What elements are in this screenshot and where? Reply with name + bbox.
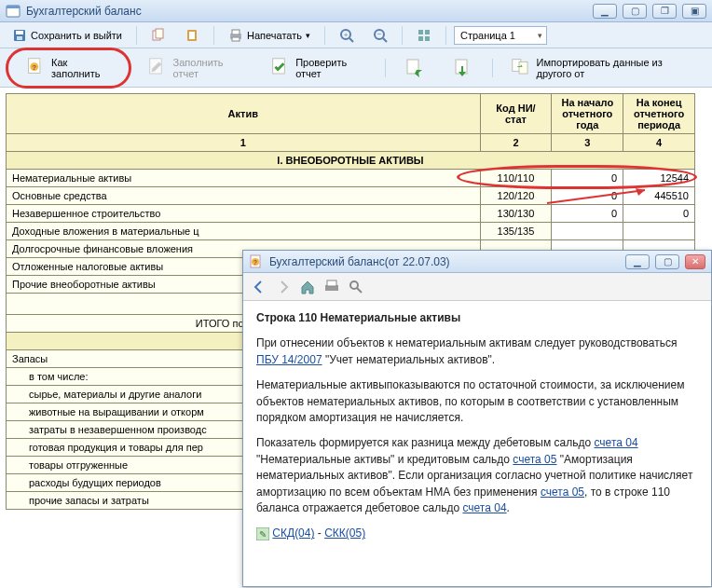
table-row: Незавершенное строительство 130/130 0 0 xyxy=(7,205,695,223)
save-exit-label: Сохранить и выйти xyxy=(31,30,122,41)
restore-button[interactable]: ❐ xyxy=(652,4,677,19)
row-begin[interactable]: 0 xyxy=(552,170,623,187)
help-toolbar xyxy=(243,273,711,301)
svg-rect-4 xyxy=(17,36,22,40)
link-skk[interactable]: СКК(05) xyxy=(324,526,365,540)
help-title: Бухгалтерский баланс(от 22.07.03) xyxy=(269,255,450,268)
zoom-out-button[interactable]: − xyxy=(366,25,394,46)
svg-rect-19 xyxy=(425,30,430,34)
close-button[interactable]: ▣ xyxy=(682,4,706,19)
tool-button[interactable] xyxy=(410,25,438,46)
help-body[interactable]: Строка 110 Нематериальные активы При отн… xyxy=(243,301,711,579)
separator xyxy=(136,26,137,45)
grid-icon xyxy=(417,28,431,43)
svg-text:?: ? xyxy=(32,63,36,72)
help-minimize-button[interactable]: ▁ xyxy=(625,254,650,269)
back-icon[interactable] xyxy=(251,279,267,295)
import-button[interactable]: Импортировать данные из другого от xyxy=(500,52,706,84)
row-begin[interactable]: 0 xyxy=(552,187,623,205)
zoom-in-button[interactable]: + xyxy=(333,25,361,46)
link-account-05[interactable]: счета 05 xyxy=(541,485,584,499)
forward-icon[interactable] xyxy=(275,279,292,295)
print-icon[interactable] xyxy=(323,279,340,295)
separator xyxy=(492,59,493,77)
row-label: Нематериальные активы xyxy=(7,170,481,187)
row-code[interactable]: 130/130 xyxy=(480,205,552,223)
home-icon[interactable] xyxy=(299,279,316,295)
highlight-how-fill: ? Как заполнить xyxy=(6,48,131,89)
save-exit-button[interactable]: Сохранить и выйти xyxy=(6,25,129,46)
pencil-page-icon xyxy=(147,57,168,79)
svg-rect-20 xyxy=(418,36,423,41)
header-end: На конец отчетного периода xyxy=(623,94,695,134)
fill-report-button[interactable]: Заполнить отчет xyxy=(137,52,254,84)
app-icon xyxy=(6,4,21,19)
link-account-04[interactable]: счета 04 xyxy=(595,436,638,449)
help-close-button[interactable]: ✕ xyxy=(685,254,705,269)
copy-button[interactable] xyxy=(144,25,172,46)
export-button-1[interactable] xyxy=(393,52,436,84)
print-button[interactable]: Напечатать ▾ xyxy=(222,25,317,46)
zoom-in-icon: + xyxy=(339,28,354,43)
maximize-button[interactable]: ▢ xyxy=(623,4,647,19)
row-code[interactable]: 120/120 xyxy=(480,187,552,205)
check-report-button[interactable]: Проверить отчет xyxy=(260,52,378,84)
minimize-button[interactable]: ▁ xyxy=(593,4,617,19)
help-titlebar: ? Бухгалтерский баланс(от 22.07.03) ▁ ▢ … xyxy=(243,251,711,273)
dropdown-icon: ▾ xyxy=(306,31,310,40)
fill-report-label: Заполнить отчет xyxy=(173,57,244,79)
how-fill-button[interactable]: ? Как заполнить xyxy=(16,52,121,84)
row-code[interactable]: 110/110 xyxy=(480,170,552,187)
svg-text:✎: ✎ xyxy=(259,529,267,540)
row-label: Основные средства xyxy=(7,187,481,205)
link-pbu[interactable]: ПБУ 14/2007 xyxy=(256,353,322,366)
help-formula: ✎ СКД(04) - СКК(05) xyxy=(256,526,698,541)
page-selector[interactable]: Страница 1 xyxy=(454,26,547,45)
header-asset: Актив xyxy=(7,94,481,134)
export-icon xyxy=(404,57,426,79)
svg-rect-18 xyxy=(418,30,423,34)
row-end[interactable]: 445510 xyxy=(623,187,695,205)
svg-rect-21 xyxy=(425,36,430,41)
save-icon xyxy=(12,28,27,43)
svg-rect-8 xyxy=(189,32,195,39)
print-label: Напечатать xyxy=(247,30,302,41)
find-icon[interactable] xyxy=(348,279,364,295)
header-n2: 2 xyxy=(480,134,552,152)
check-report-label: Проверить отчет xyxy=(295,57,367,79)
help-paragraph: Показатель формируется как разница между… xyxy=(256,435,698,516)
window-controls: ▁ ▢ ❐ ▣ xyxy=(593,4,706,19)
help-app-icon: ? xyxy=(249,254,264,269)
row-code[interactable]: 135/135 xyxy=(480,223,552,240)
help-heading: Строка 110 Нематериальные активы xyxy=(256,311,460,324)
row-begin[interactable]: 0 xyxy=(552,205,623,223)
svg-rect-30 xyxy=(519,62,527,74)
header-n3: 3 xyxy=(552,134,623,152)
link-account-04[interactable]: счета 04 xyxy=(462,501,506,514)
row-label: Незавершенное строительство xyxy=(7,205,481,223)
main-titlebar: Бухгалтерский баланс ▁ ▢ ❐ ▣ xyxy=(0,0,712,22)
export-button-2[interactable] xyxy=(442,52,485,84)
paste-button[interactable] xyxy=(178,25,206,46)
toolbar-secondary: ? Как заполнить Заполнить отчет Проверит… xyxy=(0,48,712,88)
link-account-05[interactable]: счета 05 xyxy=(513,453,556,466)
copy-icon xyxy=(151,28,166,43)
table-row: Основные средства 120/120 0 445510 xyxy=(7,187,695,205)
table-row: Доходные вложения в материальные ц 135/1… xyxy=(7,223,695,240)
svg-line-39 xyxy=(357,288,362,293)
row-end[interactable]: 12544 xyxy=(623,170,695,187)
help-paragraph: Нематериальные активыпоказываются по ост… xyxy=(256,377,698,426)
export-arrow-icon xyxy=(452,57,474,79)
link-skd[interactable]: СКД(04) xyxy=(272,526,314,540)
check-page-icon xyxy=(270,57,291,79)
header-begin: На начало отчетного года xyxy=(552,94,623,134)
header-n1: 1 xyxy=(7,134,481,152)
row-end[interactable]: 0 xyxy=(623,205,695,223)
svg-rect-11 xyxy=(232,37,240,41)
svg-text:+: + xyxy=(344,31,349,39)
import-icon xyxy=(511,57,531,79)
help-maximize-button[interactable]: ▢ xyxy=(655,254,679,269)
header-code: Код НИ/ стат xyxy=(480,94,552,134)
help-paragraph: При отнесении объектов к нематериальным … xyxy=(256,335,698,368)
svg-rect-3 xyxy=(16,31,23,34)
